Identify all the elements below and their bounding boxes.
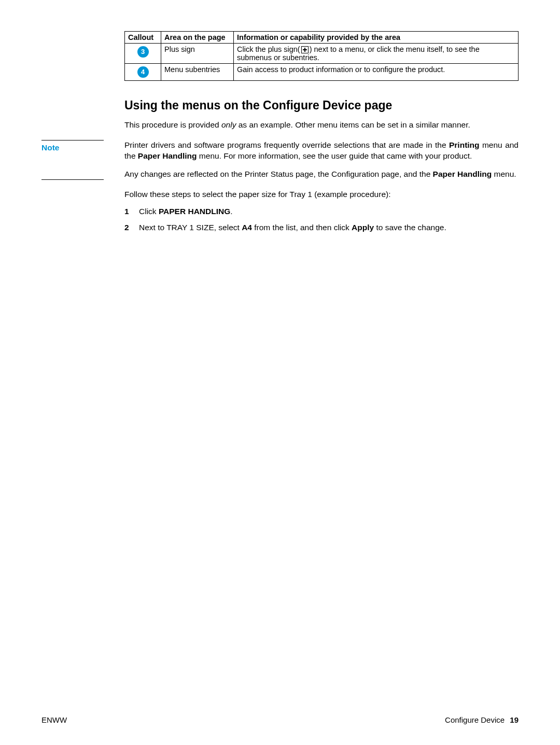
cell-info: Gain access to product information or to… — [234, 64, 519, 81]
th-area: Area on the page — [161, 32, 234, 44]
footer-right: Configure Device 19 — [445, 715, 519, 724]
note-paragraph-2: Any changes are reflected on the Printer… — [124, 169, 519, 180]
note-paragraph-1: Printer drivers and software programs fr… — [124, 140, 519, 162]
table-row: 3 Plus sign Click the plus sign() next t… — [125, 44, 519, 64]
footer-left: ENWW — [41, 715, 67, 724]
callout-table: Callout Area on the page Information or … — [124, 31, 519, 81]
note-rule-top — [41, 140, 104, 140]
steps-list: 1 Click PAPER HANDLING. 2 Next to TRAY 1… — [124, 206, 519, 233]
callout-badge-4: 4 — [137, 66, 149, 78]
th-callout: Callout — [125, 32, 161, 44]
th-info: Information or capability provided by th… — [234, 32, 519, 44]
step-item: 1 Click PAPER HANDLING. — [124, 206, 519, 217]
cell-info: Click the plus sign() next to a menu, or… — [234, 44, 519, 64]
note-label: Note — [41, 143, 59, 152]
plus-icon — [301, 46, 309, 53]
step-item: 2 Next to TRAY 1 SIZE, select A4 from th… — [124, 222, 519, 233]
note-block: Note Printer drivers and software progra… — [124, 140, 519, 180]
cell-area: Menu subentries — [161, 64, 234, 81]
section-heading: Using the menus on the Configure Device … — [124, 99, 519, 113]
table-row: 4 Menu subentries Gain access to product… — [125, 64, 519, 81]
page-footer: ENWW Configure Device 19 — [41, 715, 519, 724]
follow-text: Follow these steps to select the paper s… — [124, 189, 519, 200]
intro-paragraph: This procedure is provided only as an ex… — [124, 120, 519, 131]
note-rule-bottom — [41, 179, 104, 180]
callout-badge-3: 3 — [137, 46, 149, 58]
cell-area: Plus sign — [161, 44, 234, 64]
